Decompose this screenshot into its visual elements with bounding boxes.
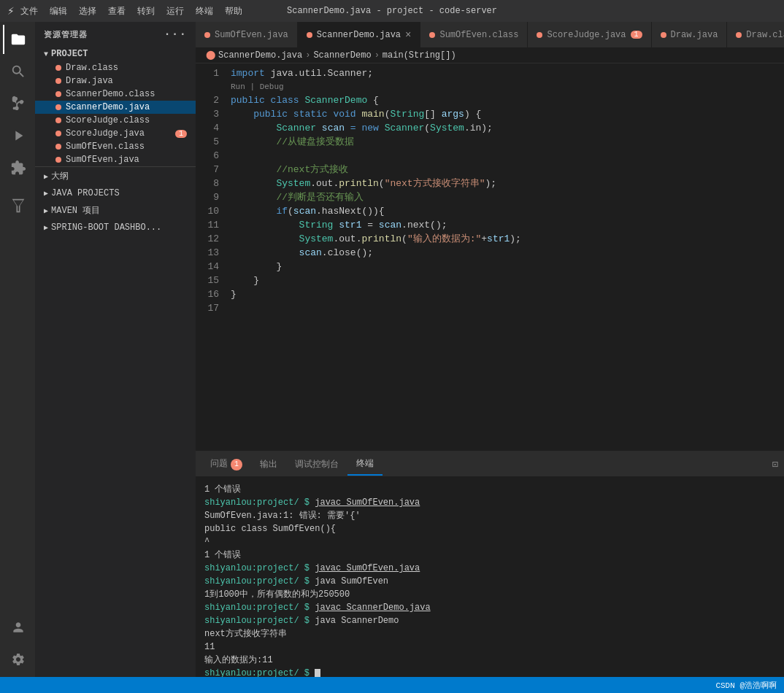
tree-item-0[interactable]: Draw.class	[35, 61, 196, 74]
token: .close();	[322, 247, 373, 258]
window-title: ScannerDemo.java - project - code-server	[287, 6, 497, 16]
menu-item-转到[interactable]: 转到	[137, 5, 155, 18]
breadcrumb-part-1[interactable]: ScannerDemo	[313, 50, 371, 61]
sidebar-bottom-item-3[interactable]: ▶SPRING-BOOT DASHBO...	[35, 220, 196, 236]
account-activity-icon[interactable]	[3, 613, 32, 642]
tree-item-2[interactable]: ScannerDemo.class	[35, 88, 196, 101]
panel-actions: ⊡	[772, 458, 778, 471]
terminal-line-8: shiyanlou:project/ $ java SumOfEven	[204, 575, 775, 588]
breadcrumb-icon: ⬤	[206, 50, 215, 61]
source-control-activity-icon[interactable]	[3, 89, 32, 118]
tree-item-7[interactable]: SumOfEven.java	[35, 153, 196, 166]
tab-close-1[interactable]: ×	[405, 29, 411, 41]
tab-error-dot-3	[537, 32, 542, 38]
terminal-line-13: 11	[204, 640, 775, 654]
terminal-line-3: public class SumOfEven(){	[204, 522, 775, 535]
breadcrumb-sep-2: ›	[374, 50, 380, 61]
sidebar-bottom-label-2: MAVEN 项目	[51, 204, 100, 217]
line-number-17: 17	[201, 301, 219, 315]
code-content[interactable]: import java.util.Scanner;Run | Debugpubl…	[225, 63, 784, 451]
line-number-7: 7	[201, 163, 219, 177]
terminal-line-10: shiyanlou:project/ $ javac ScannerDemo.j…	[204, 601, 775, 614]
menu-item-选择[interactable]: 选择	[79, 5, 96, 18]
token: System	[430, 123, 464, 133]
token: ScannerDemo	[304, 95, 367, 106]
status-bar: CSDN @浩浩啊啊	[0, 677, 784, 693]
menu-item-查看[interactable]: 查看	[108, 5, 126, 18]
panel-tab-0[interactable]: 问题1	[201, 453, 251, 475]
more-icon[interactable]: ···	[164, 28, 187, 41]
line-number-14: 14	[201, 260, 219, 274]
tab-3[interactable]: ScoreJudge.java1	[528, 22, 651, 47]
menu-item-终端[interactable]: 终端	[196, 5, 213, 18]
terminal-line-7: shiyanlou:project/ $ javac SumOfEven.jav…	[204, 562, 775, 575]
tree-item-6[interactable]: SumOfEven.class	[35, 140, 196, 153]
token: str1	[339, 220, 361, 231]
code-line-12: System.out.println("输入的数据为:"+str1);	[231, 232, 778, 246]
tree-item-4[interactable]: ScoreJudge.class	[35, 114, 196, 127]
tab-2[interactable]: SumOfEven.class	[420, 22, 528, 47]
menu-item-帮助[interactable]: 帮助	[225, 5, 242, 18]
code-line-16: }	[231, 287, 778, 301]
breadcrumb-part-0[interactable]: ScannerDemo.java	[218, 50, 302, 61]
token: .hasNext()){	[316, 206, 385, 217]
code-line-15: }	[231, 274, 778, 287]
menu-item-运行[interactable]: 运行	[166, 5, 184, 18]
token: String	[390, 109, 424, 120]
code-line-7: //next方式接收	[231, 163, 778, 177]
sidebar-bottom-item-0[interactable]: ▶大纲	[35, 167, 196, 185]
line-number-10: 10	[201, 204, 219, 218]
sidebar-bottom-label-3: SPRING-BOOT DASHBO...	[51, 222, 161, 233]
token: "next方式接收字符串"	[385, 178, 485, 189]
settings-activity-icon[interactable]	[3, 645, 32, 674]
code-editor-inner: 1234567891011121314151617 import java.ut…	[196, 63, 784, 451]
test-activity-icon[interactable]	[3, 191, 32, 220]
arrow-icon-1: ▶	[44, 189, 48, 198]
tab-label-2: SumOfEven.class	[439, 30, 518, 40]
panel-tab-1[interactable]: 输出	[251, 454, 286, 475]
terminal-line-6: 1 个错误	[204, 549, 775, 562]
panel-tab-badge-0: 1	[231, 459, 242, 471]
menu-item-文件[interactable]: 文件	[20, 5, 38, 18]
panel-tab-3[interactable]: 终端	[347, 453, 383, 476]
code-line-8: System.out.println("next方式接收字符串");	[231, 177, 778, 190]
tab-4[interactable]: Draw.java	[652, 22, 728, 47]
project-section-header[interactable]: ▼ PROJECT	[35, 47, 196, 61]
sidebar-bottom-item-1[interactable]: ▶JAVA PROJECTS	[35, 185, 196, 201]
terminal-content[interactable]: 1 个错误shiyanlou:project/ $ javac SumOfEve…	[196, 477, 784, 677]
sidebar-bottom-item-2[interactable]: ▶MAVEN 项目	[35, 201, 196, 220]
project-tree: ▼ PROJECT Draw.classDraw.javaScannerDemo…	[35, 47, 196, 677]
code-line-9: //判断是否还有输入	[231, 190, 778, 204]
tab-label-1: ScannerDemo.java	[317, 30, 401, 40]
search-activity-icon[interactable]	[3, 57, 32, 86]
code-line-1: import java.util.Scanner;	[231, 66, 778, 80]
panel-maximize-icon[interactable]: ⊡	[772, 458, 778, 471]
panel-tabs: 问题1输出调试控制台终端 ⊡	[196, 452, 784, 477]
tree-item-1[interactable]: Draw.java	[35, 74, 196, 88]
breadcrumb-part-2[interactable]: main(String[])	[383, 50, 456, 61]
tab-5[interactable]: Draw.class	[727, 22, 784, 47]
explorer-activity-icon[interactable]	[3, 25, 32, 54]
tab-0[interactable]: SumOfEven.java	[196, 22, 298, 47]
token: );	[485, 178, 496, 189]
title-bar: ⚡ 文件编辑选择查看转到运行终端帮助 ScannerDemo.java - pr…	[0, 0, 784, 22]
code-editor[interactable]: 1234567891011121314151617 import java.ut…	[196, 63, 784, 451]
code-line-14: }	[231, 260, 778, 274]
project-label: PROJECT	[51, 49, 88, 59]
token: {	[367, 95, 379, 106]
sidebar-bottom-label-0: 大纲	[51, 170, 69, 182]
tree-items: Draw.classDraw.javaScannerDemo.classScan…	[35, 61, 196, 166]
run-activity-icon[interactable]	[3, 121, 32, 150]
tree-item-badge-5: 1	[175, 130, 187, 138]
code-lens[interactable]: Run | Debug	[231, 80, 778, 93]
tab-badge-3: 1	[631, 31, 642, 39]
project-section: ▼ PROJECT Draw.classDraw.javaScannerDemo…	[35, 47, 196, 166]
panel-tab-2[interactable]: 调试控制台	[286, 454, 347, 475]
tree-item-5[interactable]: ScoreJudge.java1	[35, 127, 196, 140]
extensions-activity-icon[interactable]	[3, 153, 32, 182]
token: .out.	[333, 233, 361, 244]
tree-item-3[interactable]: ScannerDemo.java	[35, 101, 196, 114]
menu-item-编辑[interactable]: 编辑	[50, 5, 67, 18]
tree-item-label-3: ScannerDemo.java	[66, 102, 150, 112]
tab-1[interactable]: ScannerDemo.java×	[298, 22, 421, 47]
